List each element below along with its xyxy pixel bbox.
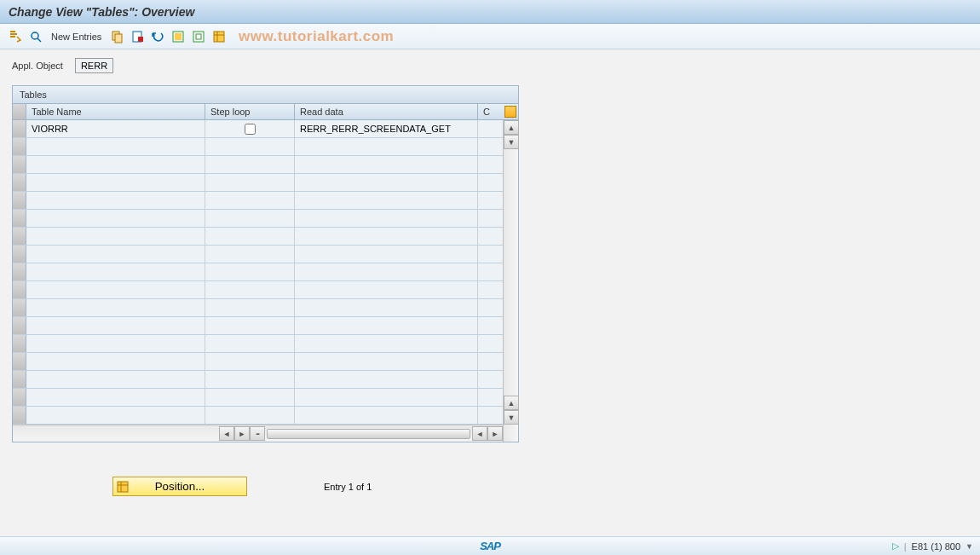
cell-step-loop[interactable] xyxy=(205,228,295,245)
scroll-right-icon[interactable]: ► xyxy=(234,426,250,441)
col-header-c[interactable]: C xyxy=(478,104,518,119)
cell-table-name[interactable] xyxy=(26,299,205,316)
cell-table-name[interactable] xyxy=(26,317,205,334)
cell-read-data[interactable] xyxy=(295,299,478,316)
cell-read-data[interactable] xyxy=(295,407,478,424)
scroll-up-end-icon[interactable]: ▲ xyxy=(504,396,519,410)
scroll-down-end-icon[interactable]: ▼ xyxy=(504,410,519,425)
toggle-display-icon[interactable] xyxy=(7,28,24,45)
undo-icon[interactable] xyxy=(149,28,166,45)
toolbar: New Entries www.tutorialkart.com xyxy=(0,24,980,49)
cell-step-loop[interactable] xyxy=(205,192,295,209)
cell-read-data[interactable] xyxy=(295,138,478,155)
cell-read-data[interactable] xyxy=(295,210,478,227)
col-header-name[interactable]: Table Name xyxy=(26,104,205,119)
cell-table-name[interactable] xyxy=(26,192,205,209)
hscroll-track[interactable] xyxy=(267,429,470,439)
cell-read-data[interactable] xyxy=(295,281,478,298)
scroll-up-icon[interactable]: ▲ xyxy=(504,120,519,135)
row-selector[interactable] xyxy=(13,210,26,227)
row-selector[interactable] xyxy=(13,192,26,209)
table-settings-icon[interactable] xyxy=(210,28,228,45)
delete-icon[interactable] xyxy=(129,28,146,45)
cell-step-loop[interactable] xyxy=(205,317,295,334)
cell-step-loop[interactable] xyxy=(205,353,295,370)
status-session-icon[interactable]: ▷ xyxy=(892,541,899,552)
scroll-left-icon[interactable]: ◄ xyxy=(219,426,234,441)
cell-read-data[interactable] xyxy=(295,317,478,334)
cell-table-name[interactable]: VIORRR xyxy=(26,120,205,137)
status-dropdown-icon[interactable]: ▼ xyxy=(966,542,973,551)
cell-table-name[interactable] xyxy=(26,138,205,155)
row-selector[interactable] xyxy=(13,138,26,155)
row-selector[interactable] xyxy=(13,317,26,334)
select-all-icon[interactable] xyxy=(170,28,187,45)
cell-step-loop[interactable] xyxy=(205,407,295,424)
copy-icon[interactable] xyxy=(108,28,125,45)
cell-step-loop[interactable] xyxy=(205,299,295,316)
row-selector[interactable] xyxy=(13,174,26,191)
scroll-left-end-icon[interactable]: ◄ xyxy=(472,426,487,441)
cell-step-loop[interactable] xyxy=(205,335,295,352)
cell-read-data[interactable] xyxy=(295,156,478,173)
row-selector[interactable] xyxy=(13,263,26,280)
find-icon[interactable] xyxy=(27,28,44,45)
cell-read-data[interactable] xyxy=(295,389,478,406)
cell-step-loop[interactable] xyxy=(205,156,295,173)
row-selector[interactable] xyxy=(13,353,26,370)
cell-table-name[interactable] xyxy=(26,335,205,352)
row-selector[interactable] xyxy=(13,120,26,137)
row-selector[interactable] xyxy=(13,156,26,173)
cell-table-name[interactable] xyxy=(26,174,205,191)
row-selector[interactable] xyxy=(13,335,26,352)
cell-step-loop[interactable] xyxy=(205,281,295,298)
col-header-read[interactable]: Read data xyxy=(295,104,478,119)
horizontal-scroll-area: ◄ ► ▪▪▪ ◄ ► xyxy=(13,425,518,442)
new-entries-button[interactable]: New Entries xyxy=(51,32,101,42)
cell-read-data[interactable] xyxy=(295,192,478,209)
cell-table-name[interactable] xyxy=(26,353,205,370)
cell-read-data[interactable] xyxy=(295,228,478,245)
cell-table-name[interactable] xyxy=(26,281,205,298)
cell-read-data[interactable]: RERR_RERR_SCREENDATA_GET xyxy=(295,120,478,137)
row-selector[interactable] xyxy=(13,228,26,245)
row-selector-header[interactable] xyxy=(13,104,26,119)
cell-step-loop[interactable] xyxy=(205,210,295,227)
cell-table-name[interactable] xyxy=(26,246,205,263)
scroll-down-icon[interactable]: ▼ xyxy=(504,135,519,149)
cell-read-data[interactable] xyxy=(295,246,478,263)
position-button[interactable]: Position... xyxy=(112,477,247,496)
row-selector[interactable] xyxy=(13,407,26,424)
cell-step-loop[interactable] xyxy=(205,174,295,191)
cell-step-loop[interactable] xyxy=(205,246,295,263)
cell-step-loop[interactable] xyxy=(205,120,295,137)
cell-step-loop[interactable] xyxy=(205,371,295,388)
cell-table-name[interactable] xyxy=(26,389,205,406)
row-selector[interactable] xyxy=(13,299,26,316)
cell-read-data[interactable] xyxy=(295,263,478,280)
cell-read-data[interactable] xyxy=(295,335,478,352)
cell-table-name[interactable] xyxy=(26,407,205,424)
step-loop-checkbox[interactable] xyxy=(245,124,256,135)
cell-table-name[interactable] xyxy=(26,371,205,388)
cell-read-data[interactable] xyxy=(295,371,478,388)
cell-step-loop[interactable] xyxy=(205,263,295,280)
cell-table-name[interactable] xyxy=(26,156,205,173)
col-header-step[interactable]: Step loop xyxy=(205,104,295,119)
scroll-column-picker-icon[interactable]: ▪▪▪ xyxy=(250,426,265,441)
cell-table-name[interactable] xyxy=(26,210,205,227)
cell-table-name[interactable] xyxy=(26,228,205,245)
cell-read-data[interactable] xyxy=(295,353,478,370)
row-selector[interactable] xyxy=(13,281,26,298)
row-selector[interactable] xyxy=(13,389,26,406)
row-selector[interactable] xyxy=(13,371,26,388)
deselect-all-icon[interactable] xyxy=(190,28,207,45)
cell-step-loop[interactable] xyxy=(205,389,295,406)
scroll-right-end-icon[interactable]: ► xyxy=(487,426,503,441)
cell-read-data[interactable] xyxy=(295,174,478,191)
configure-columns-icon[interactable] xyxy=(504,106,516,118)
cell-step-loop[interactable] xyxy=(205,138,295,155)
cell-table-name[interactable] xyxy=(26,263,205,280)
vertical-scrollbar[interactable]: ▲ ▼ ▲ ▼ xyxy=(503,120,518,442)
row-selector[interactable] xyxy=(13,246,26,263)
